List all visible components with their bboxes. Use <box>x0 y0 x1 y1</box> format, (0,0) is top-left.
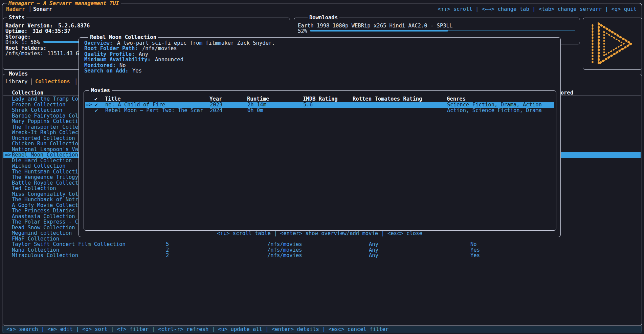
collection-root-folder: /nfs/movies <box>267 253 302 258</box>
download-progress-fill <box>310 30 448 32</box>
collection-name: Shrek Collection <box>12 107 62 113</box>
collection-name: Uncharted Collection <box>12 135 75 141</box>
collection-name: Taylor Swift Concert Film Collection <box>12 242 126 247</box>
global-keybind-hints: <↑↓> scroll | <←→> change tab | <tab> ch… <box>438 6 637 12</box>
collection-name: National Lampoon's Va <box>12 147 78 152</box>
column-collection: Collection <box>12 90 43 96</box>
collection-name: Frozen Collection <box>12 102 66 108</box>
footer-keybind-hints: <s> search | <e> edit | <o> sort | <f> f… <box>6 327 388 332</box>
collection-name: Ted Collection <box>12 186 56 191</box>
collection-quality-profile: Any <box>369 253 378 258</box>
uptime-label: Uptime: <box>5 28 27 34</box>
collection-row[interactable]: Taylor Swift Concert Film Collection5/nf… <box>3 242 641 247</box>
collection-name: The Transporter Colle <box>12 124 78 130</box>
search-on-add-label: Search on Add: <box>84 68 129 74</box>
collection-name: Mary Poppins Collecti <box>12 119 78 124</box>
modal-movies-table-title: Movies <box>89 88 112 93</box>
collection-name: A Goofy Movie Collect <box>12 203 78 208</box>
download-item-percent: 52% <box>298 28 307 34</box>
tab-sonarr[interactable]: Sonarr <box>33 6 52 12</box>
collection-name: The Princess Diaries <box>12 208 75 214</box>
root-folder-path-value: /nfs/movies <box>142 46 177 51</box>
managarr-app: Managarr — A Servarr management TUI Rada… <box>0 0 644 334</box>
column-monitored-check: ✔ <box>94 96 97 102</box>
tab-radarr[interactable]: Radarr <box>6 6 25 12</box>
collection-name: The Vengeance Trilogy <box>12 174 78 180</box>
movie-imdb-rating: 5.6 <box>303 102 313 108</box>
collection-root-folder: /nfs/movies <box>267 242 302 247</box>
column-runtime: Runtime <box>247 96 269 102</box>
collection-name: Dead Snow Collection <box>12 225 75 231</box>
collection-details-modal: Rebel Moon Collection Overview: A two-pa… <box>79 37 561 237</box>
collection-name: Barbie Fairytopia Col <box>12 113 78 119</box>
collection-search-on-add: No <box>470 242 477 247</box>
movies-tab-divider: │ <box>30 79 33 85</box>
column-rotten-tomatoes-rating: Rotten Tomatoes Rating <box>353 96 422 102</box>
modal-movies-rows: =>✔ne: A Child of Fire20232h 14m5.6Scien… <box>84 102 555 214</box>
column-year: Year <box>209 96 222 102</box>
collection-movie-count: 5 <box>166 242 169 247</box>
collection-name: Miss Congeniality Col <box>12 191 78 197</box>
logo-panel <box>583 18 642 70</box>
collection-quality-profile: Any <box>369 242 378 247</box>
collection-root-folder: /nfs/movies <box>267 247 302 253</box>
minimum-availability-value: Announced <box>155 57 183 63</box>
collection-name: The Polar Express - C <box>12 219 78 225</box>
collection-search-on-add: Yes <box>470 253 480 258</box>
root-folder-path-label: Root Folder Path: <box>84 46 138 51</box>
collection-movie-count: 2 <box>166 247 169 253</box>
movie-genres: Action, Science Fiction, Drama <box>447 108 542 113</box>
collection-name: Wreck-It Ralph Collec <box>12 130 78 135</box>
uptime-value: 31d 04:35:37 <box>32 28 70 34</box>
column-genres: Genres <box>447 96 466 102</box>
collection-name: The Huntsman Collecti <box>12 169 78 175</box>
movies-tab-divider-2: │ <box>74 79 77 85</box>
minimum-availability-label: Minimum Availability: <box>84 57 151 63</box>
modal-keybind-hints: <↑↓> scroll table | <enter> show overvie… <box>79 231 560 236</box>
movie-year: 2024 <box>210 108 222 113</box>
movies-panel-title: Movies <box>7 71 29 77</box>
collection-name: Lady and the Tramp Co <box>12 96 78 102</box>
collection-name: Chicken Run Collectio <box>12 141 78 147</box>
disk-label: Disk 1: <box>5 40 27 45</box>
movie-runtime: 0h 0m <box>247 108 263 113</box>
movie-year: 2023 <box>210 102 222 108</box>
column-imdb-rating: IMDB Rating <box>303 96 338 102</box>
app-title: Managarr — A Servarr management TUI <box>7 1 121 6</box>
monitored-check-icon: ✔ <box>95 102 98 108</box>
movie-genres: Science Fiction, Drama, Action <box>447 102 542 108</box>
overview-value: A two-part sci-fi epic from filmmaker Za… <box>117 40 275 46</box>
collection-name: Die Hard Collection <box>12 158 72 164</box>
tab-collections[interactable]: Collections <box>35 79 70 85</box>
collection-name: Anastasia Collection <box>12 214 75 220</box>
movie-row[interactable]: =>✔ne: A Child of Fire20232h 14m5.6Scien… <box>85 102 554 108</box>
column-title: Title <box>105 96 121 102</box>
collection-name: Rebel Moon Collection <box>12 152 78 158</box>
disk-percent: 56% <box>30 40 40 45</box>
managarr-logo-icon <box>587 21 638 66</box>
download-progress-bar <box>310 30 575 32</box>
collection-name: Wicked Collection <box>12 163 66 169</box>
movie-runtime: 2h 14m <box>247 102 266 108</box>
movie-title: ne: A Child of Fire <box>105 102 165 108</box>
modal-title: Rebel Moon Collection <box>88 35 158 40</box>
root-folder-path: /nfs/movies: <box>5 51 43 57</box>
tab-library[interactable]: Library <box>5 79 27 85</box>
footer-bar: <s> search | <e> edit | <o> sort | <f> f… <box>2 326 642 333</box>
root-folder-size: 11511.43 GB <box>47 51 82 57</box>
download-item-name: Earth 1998 1080p WEBRip x265 Hindi AAC2.… <box>298 23 452 29</box>
collection-movie-count: 2 <box>166 253 169 258</box>
monitored-check-icon: ✔ <box>95 108 98 113</box>
selection-marker: => <box>86 102 92 108</box>
collection-name: Nana Collection <box>12 247 59 253</box>
movie-title: Rebel Moon – Part Two: The Scar <box>105 108 203 113</box>
downloads-panel-title: Downloads <box>308 15 339 21</box>
movie-row[interactable]: ✔Rebel Moon – Part Two: The Scar20240h 0… <box>85 108 554 113</box>
collection-search-on-add: Yes <box>470 247 480 253</box>
collection-name: FNaF Collection <box>12 236 59 242</box>
collection-row[interactable]: Nana Collection2/nfs/moviesAnyYes <box>3 247 641 253</box>
collection-name: Megamind collection <box>12 230 72 236</box>
collection-name: Battle Royale Collect <box>12 180 78 186</box>
collection-row[interactable]: Miraculous Collection2/nfs/moviesAnyYes <box>3 253 641 258</box>
tab-divider: │ <box>28 6 31 12</box>
